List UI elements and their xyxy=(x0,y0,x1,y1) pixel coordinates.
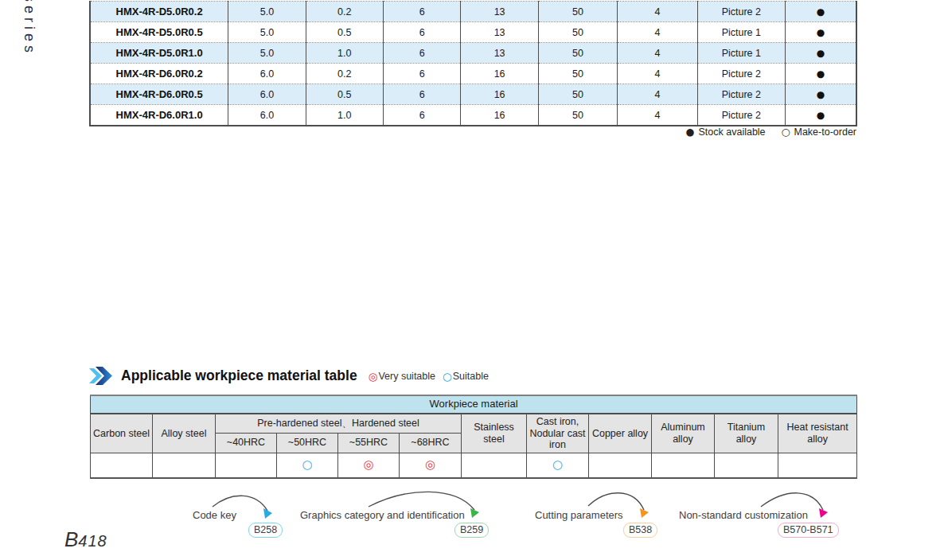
stock-cell: ● xyxy=(786,84,856,105)
table-row: HMX-4R-D6.0R0.5 6.0 0.5 6 16 50 4 Pictur… xyxy=(90,84,856,105)
cell: 4 xyxy=(618,84,697,105)
workpiece-material-table: Workpiece material Carbon steel Alloy st… xyxy=(90,395,857,479)
col-55hrc: ~55HRC xyxy=(338,433,400,453)
make-to-order-label: Make-to-order xyxy=(794,126,857,138)
stock-available-icon: ● xyxy=(817,68,825,80)
col-50hrc: ~50HRC xyxy=(277,433,338,453)
mark-cell xyxy=(652,453,715,478)
cell: 50 xyxy=(538,43,617,64)
stock-cell: ● xyxy=(786,64,856,84)
legend-item: ◎ Very suitable xyxy=(369,370,435,383)
cell: 6 xyxy=(384,105,461,126)
mark-cell: ◎ xyxy=(338,453,400,478)
cell: 16 xyxy=(461,64,538,84)
picture-ref: Picture 2 xyxy=(697,84,785,105)
col-40hrc: ~40HRC xyxy=(216,433,277,453)
cell: 16 xyxy=(461,84,538,105)
material-section-header: Applicable workpiece material table ◎ Ve… xyxy=(89,367,496,385)
arrowhead-orange xyxy=(640,508,649,518)
page-ref-b570-b571: B570-B571 xyxy=(778,523,839,538)
cell: 4 xyxy=(618,105,697,126)
product-code: HMX-4R-D6.0R0.5 xyxy=(90,84,228,105)
page-number: B418 xyxy=(64,527,107,552)
cell: 6 xyxy=(384,2,461,22)
cell: 4 xyxy=(618,22,697,43)
catalog-page: series HMX-4R-D5.0R0.2 5.0 0.2 6 13 50 4… xyxy=(0,0,944,560)
cell: 6.0 xyxy=(228,105,306,126)
picture-ref: Picture 2 xyxy=(697,2,785,22)
table-row: HMX-4R-D6.0R1.0 6.0 1.0 6 16 50 4 Pictur… xyxy=(90,105,856,126)
annotation-code-key: Code key xyxy=(193,509,236,521)
arrowhead-blue xyxy=(263,508,272,519)
page-ref-b538: B538 xyxy=(623,523,657,538)
cell: 50 xyxy=(538,64,617,84)
table-row: HMX-4R-D6.0R0.2 6.0 0.2 6 16 50 4 Pictur… xyxy=(90,64,856,84)
stock-cell: ● xyxy=(786,2,856,22)
cell: 4 xyxy=(618,64,697,84)
picture-ref: Picture 2 xyxy=(697,64,785,84)
cell: 0.2 xyxy=(306,64,383,84)
mark-cell xyxy=(589,453,652,478)
double-chevron-icon xyxy=(89,367,114,385)
arrowhead-green xyxy=(470,508,479,518)
table-row: HMX-4R-D5.0R0.5 5.0 0.5 6 13 50 4 Pictur… xyxy=(90,22,856,43)
cell: 50 xyxy=(538,22,617,43)
cell: 0.5 xyxy=(306,84,383,105)
col-group-hardened-steel: Pre-hardened steel、Hardened steel xyxy=(216,414,462,433)
stock-legend: ●Stock available○Make-to-order xyxy=(89,126,856,138)
stock-available-icon: ● xyxy=(817,6,825,18)
series-side-label: series xyxy=(21,0,37,56)
page-ref-b258: B258 xyxy=(248,523,283,538)
cell: 16 xyxy=(461,105,538,126)
mark-cell xyxy=(715,453,778,478)
section-title: Applicable workpiece material table xyxy=(121,368,357,384)
make-to-order-icon: ○ xyxy=(782,126,790,138)
cell: 6 xyxy=(384,84,461,105)
cell: 6 xyxy=(384,64,461,84)
cell: 50 xyxy=(538,84,617,105)
cell: 50 xyxy=(538,2,617,22)
mark-cell: ○ xyxy=(527,453,589,478)
very-suitable-label: Very suitable xyxy=(378,371,435,382)
mark-cell xyxy=(91,453,153,478)
cell: 4 xyxy=(618,43,697,64)
suitable-mark: ○ xyxy=(302,457,312,472)
table-title: Workpiece material xyxy=(91,395,857,414)
stock-cell: ● xyxy=(786,105,856,126)
cell: 13 xyxy=(461,43,538,64)
page-number-digits: 418 xyxy=(78,532,107,550)
cell: 0.2 xyxy=(306,2,383,22)
stock-cell: ● xyxy=(786,43,856,64)
cell: 0.5 xyxy=(306,22,383,43)
col-aluminum-alloy: Aluminum alloy xyxy=(652,414,715,453)
mark-cell xyxy=(153,453,216,478)
col-stainless-steel: Stainless steel xyxy=(462,414,527,453)
col-alloy-steel: Alloy steel xyxy=(153,414,216,453)
stock-available-label: Stock available xyxy=(699,126,766,138)
very-suitable-mark: ◎ xyxy=(425,457,435,472)
cell: 1.0 xyxy=(306,105,383,126)
page-ref-b259: B259 xyxy=(454,523,489,538)
cell: 50 xyxy=(538,105,617,126)
very-suitable-mark: ◎ xyxy=(363,457,373,472)
cell: 5.0 xyxy=(228,43,306,64)
product-code: HMX-4R-D5.0R1.0 xyxy=(90,43,228,64)
col-titanium-alloy: Titanium alloy xyxy=(715,414,778,453)
cell: 5.0 xyxy=(228,22,306,43)
col-copper-alloy: Copper alloy xyxy=(589,414,652,453)
stock-available-icon: ● xyxy=(817,48,825,59)
stock-available-icon: ● xyxy=(817,89,825,100)
suitable-label: Suitable xyxy=(453,371,489,382)
cell: 6 xyxy=(384,22,461,43)
cell: 5.0 xyxy=(228,2,306,22)
mark-cell: ◎ xyxy=(400,453,462,478)
suitable-mark: ○ xyxy=(552,457,563,472)
mark-cell xyxy=(778,453,857,478)
suitability-legend: ◎ Very suitable ○ Suitable xyxy=(369,370,496,383)
col-cast-iron: Cast iron, Nodular cast iron xyxy=(527,414,589,453)
picture-ref: Picture 1 xyxy=(697,22,785,43)
stock-available-icon: ● xyxy=(686,126,695,138)
cell: 1.0 xyxy=(306,43,383,64)
annotation-graphics-category: Graphics category and identification xyxy=(300,509,465,521)
col-heat-resistant-alloy: Heat resistant alloy xyxy=(778,414,857,453)
